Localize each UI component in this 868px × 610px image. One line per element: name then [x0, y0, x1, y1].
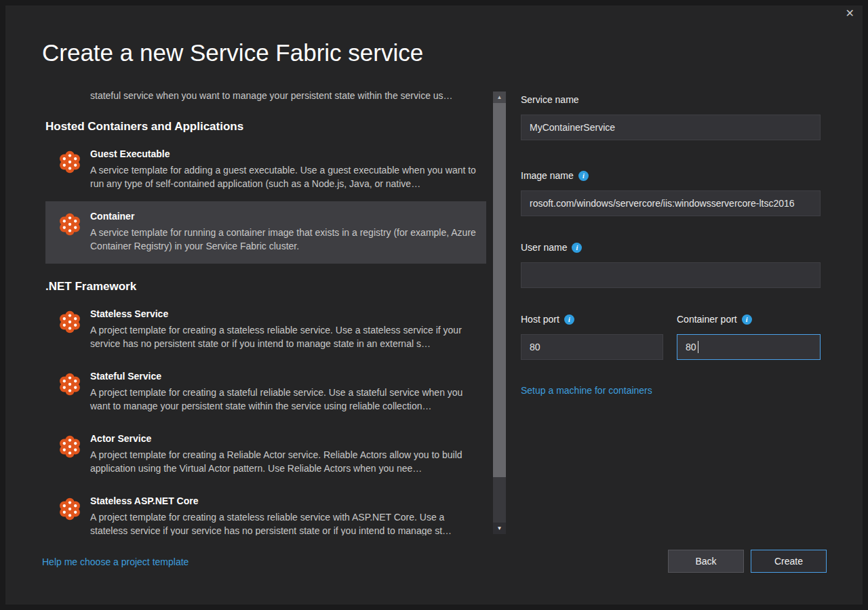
host-port-label: Host port i	[521, 314, 574, 325]
template-item-text: Stateful Service A project template for …	[90, 371, 478, 413]
section-header-hosted-containers: Hosted Containers and Applications	[45, 120, 486, 134]
service-fabric-icon	[58, 150, 82, 174]
template-item-stateful-service[interactable]: Stateful Service A project template for …	[45, 361, 486, 424]
service-fabric-icon	[58, 212, 82, 237]
user-name-label: User name i	[521, 242, 582, 253]
host-port-field	[521, 334, 663, 360]
image-name-info-icon[interactable]: i	[578, 171, 589, 181]
template-item-title: Guest Executable	[90, 148, 478, 160]
template-item-title: Stateless Service	[90, 308, 478, 320]
clipped-template-description: stateful service when you want to manage…	[90, 90, 486, 104]
host-port-input[interactable]	[521, 334, 663, 360]
user-name-field	[521, 262, 821, 288]
template-item-stateless-aspnet-core[interactable]: Stateless ASP.NET Core A project templat…	[45, 486, 486, 535]
template-item-title: Container	[90, 211, 478, 222]
template-list: stateful service when you want to manage…	[45, 90, 486, 535]
template-item-stateless-service[interactable]: Stateless Service A project template for…	[45, 299, 486, 361]
service-name-input[interactable]	[521, 115, 821, 140]
image-name-field	[521, 190, 821, 216]
template-item-title: Stateless ASP.NET Core	[90, 495, 478, 507]
container-port-label: Container port i	[677, 314, 752, 325]
scrollbar-thumb[interactable]	[493, 103, 506, 477]
template-item-description: A project template for creating a Reliab…	[90, 448, 478, 475]
user-name-label-text: User name	[521, 242, 567, 253]
template-item-title: Actor Service	[90, 433, 478, 445]
close-icon[interactable]: ✕	[846, 8, 854, 19]
template-item-text: Stateless ASP.NET Core A project templat…	[90, 495, 478, 535]
template-item-description: A project template for creating a statel…	[90, 323, 478, 350]
service-name-label: Service name	[521, 94, 579, 105]
service-fabric-icon	[58, 434, 82, 459]
back-button[interactable]: Back	[668, 550, 744, 573]
host-port-info-icon[interactable]: i	[564, 314, 574, 325]
template-item-description: A project template for creating a statel…	[90, 510, 478, 535]
service-fabric-icon	[58, 497, 82, 521]
container-port-field	[677, 334, 821, 360]
container-port-label-text: Container port	[677, 314, 737, 325]
template-item-description: A service template for adding a guest ex…	[90, 163, 478, 190]
template-item-text: Guest Executable A service template for …	[90, 148, 478, 190]
page-title: Create a new Service Fabric service	[42, 39, 423, 66]
template-item-actor-service[interactable]: Actor Service A project template for cre…	[45, 424, 486, 486]
help-choose-template-link[interactable]: Help me choose a project template	[42, 556, 189, 567]
text-caret	[698, 341, 698, 353]
service-fabric-icon	[58, 372, 82, 396]
create-button[interactable]: Create	[751, 550, 827, 573]
service-fabric-icon	[58, 310, 82, 334]
section-header-net-framework: .NET Framework	[45, 280, 486, 293]
scroll-up-icon[interactable]: ▲	[493, 92, 506, 103]
user-name-input[interactable]	[521, 262, 821, 288]
scrollbar[interactable]: ▲ ▼	[493, 92, 506, 534]
scroll-down-icon[interactable]: ▼	[493, 523, 506, 534]
template-item-description: A project template for creating a statef…	[90, 386, 478, 413]
template-item-text: Actor Service A project template for cre…	[90, 433, 478, 475]
image-name-label-text: Image name	[521, 170, 574, 181]
service-name-field	[521, 115, 821, 140]
template-item-title: Stateful Service	[90, 371, 478, 382]
template-item-guest-executable[interactable]: Guest Executable A service template for …	[45, 139, 486, 201]
host-port-label-text: Host port	[521, 314, 559, 325]
template-item-description: A service template for running a contain…	[90, 226, 478, 253]
user-name-info-icon[interactable]: i	[572, 243, 582, 253]
template-item-text: Stateless Service A project template for…	[90, 308, 478, 350]
template-item-container[interactable]: Container A service template for running…	[45, 201, 486, 264]
template-item-text: Container A service template for running…	[90, 211, 478, 253]
image-name-label: Image name i	[521, 170, 589, 181]
image-name-input[interactable]	[521, 190, 821, 216]
create-service-dialog: ✕ Create a new Service Fabric service st…	[0, 0, 868, 610]
container-port-info-icon[interactable]: i	[742, 314, 752, 325]
service-name-label-text: Service name	[521, 94, 579, 105]
setup-machine-link[interactable]: Setup a machine for containers	[521, 385, 652, 396]
